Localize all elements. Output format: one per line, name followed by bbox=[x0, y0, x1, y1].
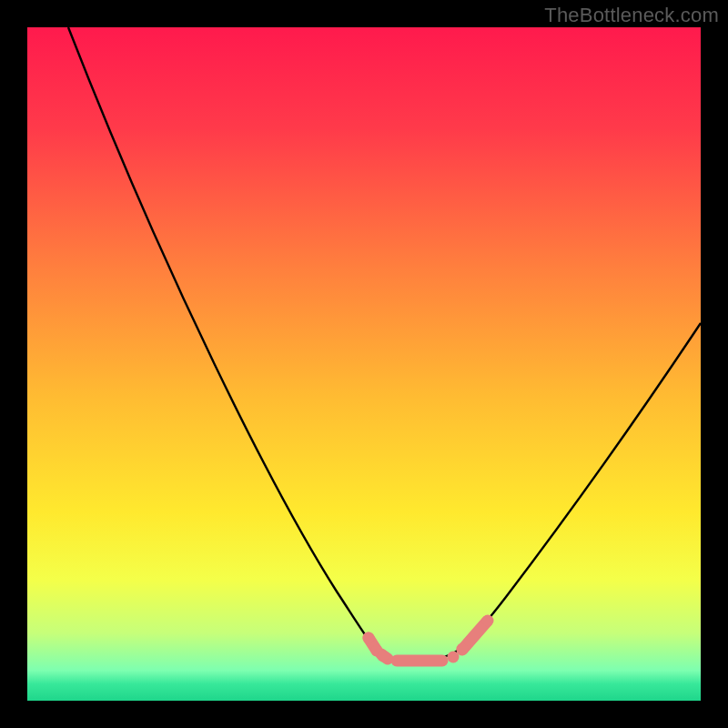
chart-svg bbox=[0, 0, 728, 728]
marker-dot bbox=[482, 615, 494, 627]
outer-frame-right bbox=[701, 0, 728, 728]
marker-dot bbox=[363, 632, 375, 644]
chart-stage: TheBottleneck.com bbox=[0, 0, 728, 728]
marker-dot bbox=[378, 651, 389, 662]
marker-dot bbox=[448, 652, 460, 663]
marker-dot bbox=[457, 643, 469, 655]
outer-frame-bottom bbox=[0, 701, 728, 728]
outer-frame-left bbox=[0, 0, 27, 728]
attribution-text: TheBottleneck.com bbox=[544, 4, 719, 27]
plot-area bbox=[27, 27, 701, 701]
